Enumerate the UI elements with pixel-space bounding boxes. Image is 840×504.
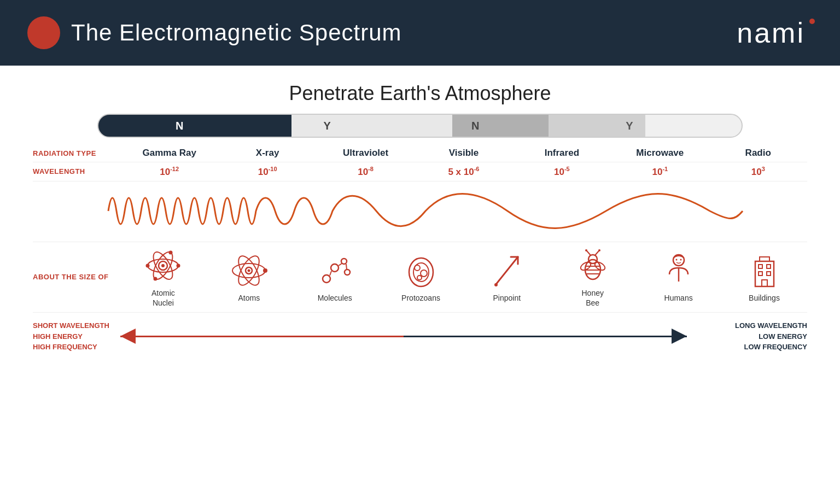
molecules-icon [316,251,354,290]
svg-rect-48 [767,265,771,268]
svg-point-14 [263,268,267,273]
size-row-label: ABOUT THE SIZE OF [33,272,120,282]
icon-item-buildings: Buildings [745,251,784,303]
icon-label-buildings: Buildings [749,293,780,303]
icon-label-atoms: Atoms [238,293,260,303]
wl-infrared: 10-5 [529,166,594,178]
icons-row: AtomicNuclei Atoms [120,247,807,308]
radiation-cell-gamma: Gamma Ray [137,148,202,159]
radiation-type-row: RADIATION TYPE Gamma Ray X-ray Ultraviol… [33,144,807,162]
svg-rect-49 [759,272,762,276]
svg-rect-47 [759,265,762,268]
logo-dot [809,19,815,24]
icon-label-atomic-nuclei: AtomicNuclei [151,288,175,308]
honey-bee-icon [574,247,612,285]
wl-microwave: 10-1 [627,166,693,178]
radiation-row-label: RADIATION TYPE [33,149,120,157]
bar-label-n2: N [471,120,479,132]
icon-label-humans: Humans [664,293,693,303]
bar-label-y2: Y [626,120,633,132]
icon-item-protozoans: Protozoans [401,251,440,303]
wl-radio: 103 [725,166,791,178]
arrow-line-dark [404,336,687,337]
bottom-left-labels: SHORT WAVELENGTH HIGH ENERGY HIGH FREQUE… [33,320,120,353]
wl-xray: 10-10 [235,166,300,178]
icon-item-atomic-nuclei: AtomicNuclei [144,247,182,308]
svg-point-17 [341,259,347,264]
wave-svg [92,183,748,240]
icon-item-molecules: Molecules [316,251,354,303]
right-arrowhead [672,329,687,344]
radiation-cell-xray: X-ray [235,148,300,159]
svg-point-30 [494,283,498,286]
svg-point-45 [680,259,681,260]
header-circle-icon [27,16,60,49]
icon-label-pinpoint: Pinpoint [493,293,521,303]
spectrum-arrow [120,323,687,350]
radiation-cell-uv: Ultraviolet [333,148,399,159]
long-wavelength-label: LONG WAVELENGTH [687,320,807,331]
short-wavelength-label: SHORT WAVELENGTH [33,320,120,331]
bar-label-n1: N [176,120,183,132]
svg-point-37 [585,249,587,251]
main-content: Penetrate Earth's Atmosphere N Y N Y RAD… [0,66,840,358]
icon-label-molecules: Molecules [318,293,352,303]
high-frequency-label: HIGH FREQUENCY [33,342,120,353]
svg-point-16 [331,264,339,272]
svg-point-44 [675,259,677,260]
wl-uv: 10-8 [333,166,399,178]
svg-point-25 [421,270,427,277]
header: The Electromagnetic Spectrum nami [0,0,840,66]
spectrum-bar: N Y N Y [97,114,743,138]
svg-point-8 [154,277,158,280]
radiation-cell-infrared: Infrared [529,148,594,159]
svg-rect-50 [767,272,771,276]
nami-logo: nami [737,16,813,49]
svg-point-24 [415,265,420,271]
svg-point-7 [169,250,173,254]
high-energy-label: HIGH ENERGY [33,331,120,342]
size-section: ABOUT THE SIZE OF AtomicNuclei [33,242,807,313]
wavelength-cells: 10-12 10-10 10-8 5 x 10-6 10-5 10-1 103 [120,166,807,178]
header-left: The Electromagnetic Spectrum [27,16,402,49]
page-title: The Electromagnetic Spectrum [71,20,402,46]
atomic-nuclei-icon [144,247,182,285]
bottom-section: SHORT WAVELENGTH HIGH ENERGY HIGH FREQUE… [33,313,807,353]
wavelength-row-label: WAVELENGTH [33,167,120,175]
icon-item-atoms: Atoms [230,251,268,303]
penetrate-title: Penetrate Earth's Atmosphere [33,82,807,105]
icon-label-honey-bee: HoneyBee [581,288,603,308]
svg-line-38 [595,251,599,255]
svg-point-18 [345,269,350,275]
left-arrowhead [120,329,136,344]
wave-section [33,181,807,242]
svg-line-27 [496,257,518,284]
buildings-icon [745,251,784,290]
svg-line-36 [587,251,591,255]
svg-point-39 [598,249,600,251]
radiation-cell-microwave: Microwave [627,148,693,159]
svg-point-26 [417,276,422,280]
svg-point-1 [161,264,165,267]
svg-line-19 [330,271,331,276]
humans-icon [660,251,698,290]
icon-label-protozoans: Protozoans [401,293,440,303]
svg-line-21 [346,264,347,269]
svg-point-6 [146,263,150,267]
logo-text: nami [737,17,805,49]
spectrum-bar-container: N Y N Y [33,114,807,138]
radiation-cells: Gamma Ray X-ray Ultraviolet Visible Infr… [120,148,807,159]
atoms-icon [230,251,268,290]
svg-point-15 [323,275,330,283]
svg-rect-51 [762,280,767,286]
icon-item-pinpoint: Pinpoint [488,251,526,303]
svg-line-20 [339,263,342,266]
svg-point-10 [248,269,250,272]
pinpoint-icon [488,251,526,290]
bar-label-y1: Y [324,120,331,132]
icon-item-honey-bee: HoneyBee [574,247,612,308]
wl-gamma: 10-12 [137,166,202,178]
low-energy-label: LOW ENERGY [687,331,807,342]
protozoans-icon [402,251,440,290]
bottom-right-labels: LONG WAVELENGTH LOW ENERGY LOW FREQUENCY [687,320,807,353]
